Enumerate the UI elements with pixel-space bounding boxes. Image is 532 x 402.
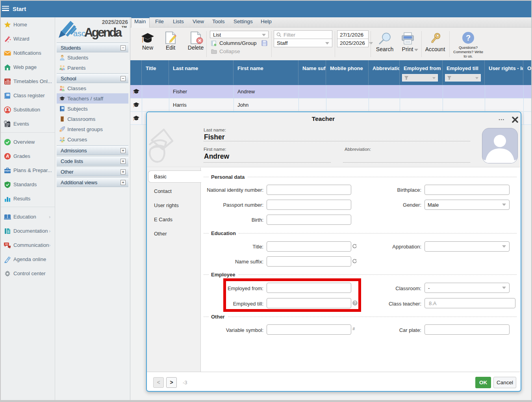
svg-text:?: ?: [466, 33, 471, 42]
svg-text:asc: asc: [73, 29, 85, 38]
svg-text:™: ™: [121, 24, 127, 31]
svg-text:Agenda: Agenda: [84, 26, 122, 39]
